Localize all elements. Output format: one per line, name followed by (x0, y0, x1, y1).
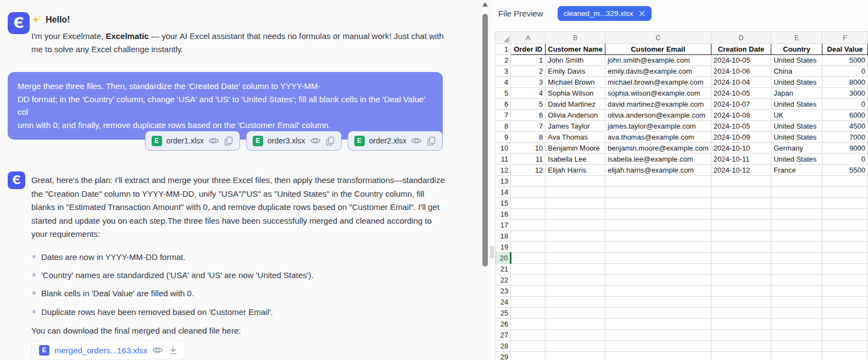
row-header-7[interactable]: 7 (496, 110, 511, 121)
sheet-cell-F25[interactable] (822, 308, 868, 319)
sheet-cell-B22[interactable] (546, 275, 605, 286)
sheet-cell-C25[interactable] (605, 308, 711, 319)
sheet-cell-F22[interactable] (822, 275, 868, 286)
sheet-cell-D3[interactable]: 2024-10-06 (711, 66, 771, 77)
sheet-cell-E10[interactable]: Germany (771, 143, 822, 154)
row-header-1[interactable]: 1 (496, 44, 511, 55)
sheet-cell-F9[interactable]: 7000 (822, 132, 868, 143)
sheet-cell-A10[interactable]: 10 (511, 143, 546, 154)
sheet-cell-C11[interactable]: isabella.lee@example.com (605, 154, 711, 165)
sheet-cell-E16[interactable] (771, 209, 822, 220)
sheet-cell-E13[interactable] (771, 176, 822, 187)
copy-icon[interactable] (224, 136, 233, 146)
sheet-cell-E2[interactable]: United States (771, 55, 822, 66)
sheet-cell-F23[interactable] (822, 286, 868, 297)
sheet-cell-B16[interactable] (546, 209, 605, 220)
sheet-cell-A5[interactable]: 4 (511, 88, 546, 99)
sheet-cell-D13[interactable] (711, 176, 771, 187)
eye-icon[interactable] (208, 135, 219, 146)
uploaded-file-chip[interactable]: Eorder3.xlsx (246, 131, 341, 151)
sheet-cell-C27[interactable] (605, 330, 711, 341)
sheet-scrollbar-thumb[interactable] (491, 246, 494, 258)
sheet-cell-E12[interactable]: France (771, 165, 822, 176)
sheet-cell-C5[interactable]: sophia.wilson@example.com (605, 88, 711, 99)
sheet-cell-F15[interactable] (822, 198, 868, 209)
sheet-cell-C15[interactable] (605, 198, 711, 209)
row-header-29[interactable]: 29 (496, 352, 511, 360)
sheet-field-header[interactable]: Customer Name (546, 44, 605, 55)
sheet-cell-B13[interactable] (546, 176, 605, 187)
sheet-cell-C14[interactable] (605, 187, 711, 198)
uploaded-file-chip[interactable]: Eorder1.xlsx (145, 131, 240, 151)
sheet-cell-A28[interactable] (511, 341, 546, 352)
column-header-E[interactable]: E (771, 32, 822, 44)
sheet-cell-B8[interactable]: James Taylor (546, 121, 605, 132)
uploaded-file-chip[interactable]: Eorder2.xlsx (348, 131, 443, 151)
sheet-cell-E17[interactable] (771, 220, 822, 231)
sheet-cell-D8[interactable]: 2024-10-05 (711, 121, 771, 132)
sheet-cell-E25[interactable] (771, 308, 822, 319)
sheet-cell-D9[interactable]: 2024-10-09 (711, 132, 771, 143)
sheet-cell-F27[interactable] (822, 330, 868, 341)
sheet-cell-D26[interactable] (711, 319, 771, 330)
row-header-11[interactable]: 11 (496, 154, 511, 165)
sheet-cell-E8[interactable]: United States (771, 121, 822, 132)
sheet-cell-A16[interactable] (511, 209, 546, 220)
sheet-cell-E18[interactable] (771, 231, 822, 242)
sheet-cell-F26[interactable] (822, 319, 868, 330)
sheet-cell-A17[interactable] (511, 220, 546, 231)
sheet-cell-B23[interactable] (546, 286, 605, 297)
sheet-cell-B14[interactable] (546, 187, 605, 198)
sheet-cell-F17[interactable] (822, 220, 868, 231)
row-header-16[interactable]: 16 (496, 209, 511, 220)
sheet-cell-D21[interactable] (711, 264, 771, 275)
column-header-D[interactable]: D (711, 32, 771, 44)
sheet-cell-B29[interactable] (546, 352, 605, 360)
sheet-cell-F3[interactable]: 0 (822, 66, 868, 77)
sheet-cell-E22[interactable] (771, 275, 822, 286)
sheet-cell-E21[interactable] (771, 264, 822, 275)
sheet-cell-E19[interactable] (771, 242, 822, 253)
sheet-cell-C3[interactable]: emily.davis@example.com (605, 66, 711, 77)
sheet-cell-F14[interactable] (822, 187, 868, 198)
row-header-8[interactable]: 8 (496, 121, 511, 132)
sheet-cell-D2[interactable]: 2024-10-05 (711, 55, 771, 66)
sheet-cell-A22[interactable] (511, 275, 546, 286)
sheet-cell-C28[interactable] (605, 341, 711, 352)
copy-icon[interactable] (426, 136, 436, 146)
tab-close-icon[interactable] (638, 10, 646, 17)
row-header-2[interactable]: 2 (496, 55, 511, 66)
sheet-cell-B11[interactable]: Isabella Lee (546, 154, 605, 165)
sheet-cell-E6[interactable]: United States (771, 99, 822, 110)
sheet-cell-D19[interactable] (711, 242, 771, 253)
sheet-cell-E11[interactable]: United States (771, 154, 822, 165)
sheet-cell-B12[interactable]: Elijah Harris (546, 165, 605, 176)
scrollbar-up-arrow[interactable] (482, 2, 488, 7)
sheet-cell-A21[interactable] (511, 264, 546, 275)
sheet-cell-B6[interactable]: David Martinez (546, 99, 605, 110)
sheet-cell-D20[interactable] (711, 253, 771, 264)
copy-icon[interactable] (325, 136, 335, 146)
sheet-cell-B2[interactable]: John Smith (546, 55, 605, 66)
sheet-cell-C16[interactable] (605, 209, 711, 220)
sheet-field-header[interactable]: Order ID (511, 44, 546, 55)
sheet-cell-C24[interactable] (605, 297, 711, 308)
sheet-cell-A20[interactable] (511, 253, 546, 264)
sheet-cell-D18[interactable] (711, 231, 771, 242)
row-header-15[interactable]: 15 (496, 198, 511, 209)
sheet-cell-F5[interactable]: 3000 (822, 88, 868, 99)
column-header-B[interactable]: B (546, 32, 605, 44)
select-all-corner[interactable] (496, 32, 511, 44)
column-header-F[interactable]: F (822, 32, 868, 44)
sheet-cell-F7[interactable]: 6000 (822, 110, 868, 121)
sheet-cell-B9[interactable]: Ava Thomas (546, 132, 605, 143)
sheet-cell-D15[interactable] (711, 198, 771, 209)
row-header-28[interactable]: 28 (496, 341, 511, 352)
sheet-cell-C13[interactable] (605, 176, 711, 187)
sheet-cell-B20[interactable] (546, 253, 605, 264)
sheet-cell-E4[interactable]: United States (771, 77, 822, 88)
sheet-cell-B26[interactable] (546, 319, 605, 330)
sheet-cell-B17[interactable] (546, 220, 605, 231)
sheet-cell-C9[interactable]: ava.thomas@example.com (605, 132, 711, 143)
sheet-cell-C17[interactable] (605, 220, 711, 231)
